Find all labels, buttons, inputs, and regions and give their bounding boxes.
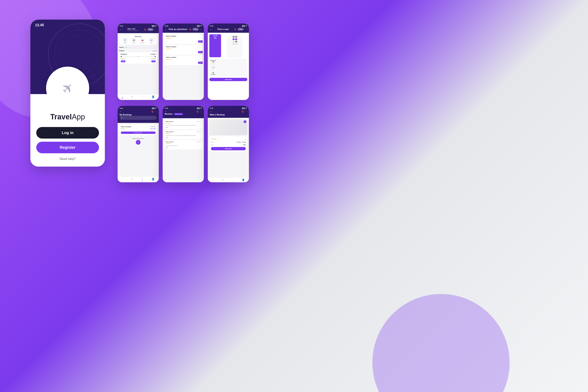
more-icon-4[interactable]: ⋮ [155, 110, 157, 113]
back-button-1[interactable]: ← [120, 28, 122, 31]
booking-card-1: Safari in Sahara Ref: 2F-8 15 July Fully… [119, 124, 157, 135]
review-3: Maria Jackson 3 Days Ago ★★★★ Lorem ipsu… [164, 140, 202, 149]
cat-hotels[interactable]: 🏨 Hotels [132, 38, 136, 43]
back-button-3[interactable]: ← [210, 28, 212, 31]
booking-search-bar[interactable]: 🔍 [120, 116, 157, 120]
register-button[interactable]: Register [36, 142, 99, 153]
nav-heart-1[interactable]: ♡ [141, 96, 144, 99]
plane-icon: ✈ [58, 78, 78, 94]
adventure-item-2[interactable]: Safari in Sahara ★★★★★ $99 [164, 45, 202, 54]
cat-car-rent[interactable]: 🚗 Car Rent [140, 38, 145, 43]
route-times: 9:00AM 11:30AM [121, 58, 156, 60]
seat-taken-2[interactable] [235, 36, 237, 38]
seat-header: 13.45 ▐▐▐ 🔋 ← Pick a seat 🔖 Filter ⋮ [208, 24, 249, 33]
photo-upload-area[interactable]: + [209, 119, 247, 135]
make-booking-phone: 13.45 ▐▐▐ 🔋 ← 🔖 ⋮ Make a Booking + ★★★★ … [208, 106, 249, 182]
nav-heart-4[interactable]: ♡ [141, 178, 144, 181]
seat-taken-1[interactable] [233, 36, 234, 38]
more-icon-1[interactable]: ⋮ [155, 28, 157, 30]
home-header: 13.45 ▐▐▐ 🔋 ← Hey, Lara Ready for an adv… [118, 24, 159, 33]
adventure-item-3[interactable]: Safari in Sahara ★★★★★ $99 [164, 56, 202, 65]
adventure-item-1[interactable]: Safari in Sahara ★★★★★ $99 [164, 34, 202, 44]
adventure-phone: 13.45 ▐▐▐ 🔋 ← Pick an adventure 🔖 Filter… [163, 24, 204, 100]
booking-details-card: ★★★★ ★ 2 Date 15 July - 17 July Price $2… [209, 136, 247, 152]
num-guests: 2 [245, 138, 246, 140]
nav-person-4[interactable]: 👤 [152, 178, 155, 181]
nav-bar-4: ← 🔖 ⋮ [120, 110, 157, 113]
nav-search-6[interactable]: ⊙ [222, 178, 224, 181]
add-title: Add new adventure [133, 138, 144, 139]
nav-actions-6: 🔖 ⋮ [242, 110, 247, 113]
login-button[interactable]: Log in [36, 127, 99, 138]
seat-row-4 [233, 43, 237, 45]
adventure-body: Safari in Sahara ★★★★★ $99 Safari in Sah… [163, 33, 204, 100]
seat-empty-2[interactable] [233, 43, 234, 45]
nav-search-1[interactable]: ⊙ [131, 96, 133, 99]
cat-flights[interactable]: ✈ Flights [123, 38, 127, 43]
back-button-6[interactable]: ← [210, 110, 212, 113]
add-photo-button[interactable]: + [244, 120, 246, 123]
review-text-1: Lorem ipsum dolor sit amet, consectetur … [166, 125, 201, 126]
write-review-button[interactable]: Write a Review [174, 113, 183, 115]
more-icon: ••• [149, 38, 154, 42]
review-1: Maria Jackson 2 Days Ago ★★★★ Lorem ipsu… [164, 120, 202, 129]
search-icon-4: 🔍 [121, 117, 123, 119]
add-adventure-button[interactable]: + [136, 140, 140, 145]
filter-badge-3[interactable]: Filter [238, 28, 244, 31]
more-icon-6[interactable]: ⋮ [245, 110, 247, 113]
reply-3[interactable]: Reply [166, 147, 201, 148]
time-6: 13.45 [210, 108, 213, 109]
time-3: 13.45 [210, 25, 213, 27]
cat-more[interactable]: ••• More [149, 38, 154, 43]
seat-taken-3[interactable] [235, 41, 237, 42]
book-now-button-6[interactable]: Book Now [211, 147, 246, 150]
seat-empty-3[interactable] [235, 43, 237, 45]
nav-person-1[interactable]: 👤 [152, 96, 155, 99]
more-icon-5[interactable]: ⋮ [200, 110, 202, 113]
reply-2[interactable]: Reply [166, 137, 201, 138]
back-button-2[interactable]: ← [165, 28, 167, 31]
more-icon-3[interactable]: ⋮ [245, 28, 247, 30]
filter-badge-1[interactable]: Filter [148, 28, 154, 31]
bookmark-icon-5: 🔖 [196, 110, 199, 113]
seat-info-area: 7A,7B price $99 [209, 34, 247, 58]
view-more-link[interactable]: View More [152, 50, 157, 51]
filter-badge-2[interactable]: Filter [192, 28, 199, 31]
review-date-1: 2 Days Ago [196, 121, 201, 122]
contact-vendor-button[interactable]: Contact Vendor [121, 132, 156, 134]
back-button-5[interactable]: ← [165, 110, 167, 113]
date-row: Date 15 July - 17 July [211, 141, 246, 144]
nav-home-4[interactable]: ⌂ [122, 178, 123, 181]
app-title: TravelApp [50, 113, 85, 121]
adventure-header: 13.45 ▐▐▐ 🔋 ← Pick an adventure 🔖 Filter… [163, 24, 204, 33]
greeting-text: Hey, Lara [128, 28, 138, 30]
status-bar-5: 13.45 ▐▐▐ 🔋 [165, 108, 202, 109]
reply-1[interactable]: Reply [166, 126, 201, 128]
nav-heart-6[interactable]: ♡ [232, 178, 234, 181]
need-help-link[interactable]: Need help? [60, 157, 76, 161]
review-date-3: 3 Days Ago [196, 141, 201, 142]
nav-home-6[interactable]: ⌂ [212, 178, 213, 181]
seat-selected-1[interactable] [233, 38, 234, 40]
nav-home[interactable]: ⌂ [122, 96, 123, 99]
more-icon-2[interactable]: ⋮ [200, 28, 202, 30]
home-phone: 13.45 ▐▐▐ 🔋 ← Hey, Lara Ready for an adv… [118, 24, 159, 100]
search-input[interactable]: 🔍 [124, 46, 157, 49]
nav-bar-1: ← Hey, Lara Ready for an adventure? 🔖 Fi… [120, 28, 157, 31]
bookmark-icon-4: 🔖 [151, 110, 154, 113]
seat-selected-2[interactable] [235, 38, 237, 40]
booking-date: 15 July [121, 128, 124, 129]
back-button-4[interactable]: ← [120, 110, 122, 113]
make-booking-body: + ★★★★ ★ 2 Date 15 July - 17 July Price … [208, 118, 249, 178]
flights-icon: ✈ [123, 38, 127, 42]
book-now-button-3[interactable]: Book Now [209, 78, 247, 81]
seat-empty-1[interactable] [233, 41, 234, 42]
nav-person-6[interactable]: 👤 [242, 178, 245, 181]
booking-price: $200 [243, 144, 246, 146]
stars-1: ★★★★ [166, 38, 201, 39]
review-text-2: Lorem ipsum dolor sit amet, consectetur … [166, 135, 201, 136]
time-1: 13.45 [120, 25, 123, 27]
bg-shape-right [372, 294, 510, 392]
nav-search-4[interactable]: ⊙ [131, 178, 133, 181]
photo-placeholder [209, 119, 247, 135]
